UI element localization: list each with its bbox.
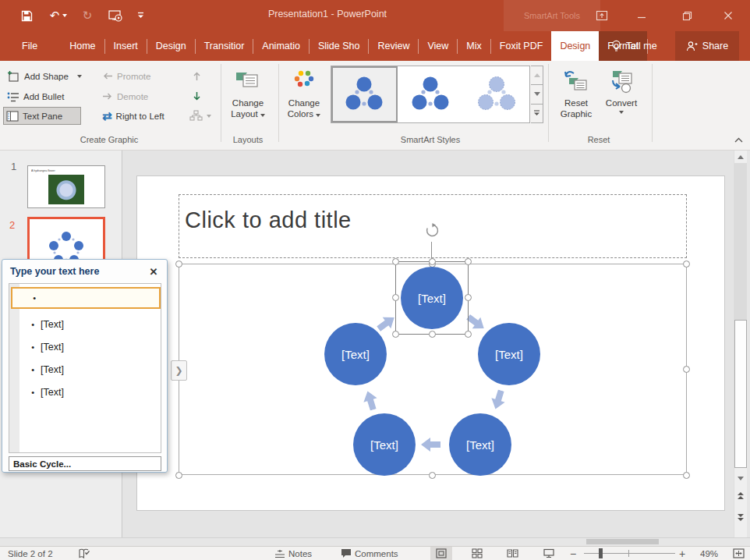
text-pane-row[interactable]: • [Text] [20,381,161,403]
scrollbar-track[interactable] [734,163,747,320]
tab-animations[interactable]: Animatio [253,31,309,61]
notes-button[interactable]: Notes [274,547,312,560]
slide-indicator[interactable]: Slide 2 of 2 [8,547,53,560]
tab-slideshow[interactable]: Slide Sho [310,31,369,61]
tab-review[interactable]: Review [369,31,418,61]
restore-button[interactable] [674,6,700,25]
horizontal-scrollbar-thumb[interactable] [586,539,659,544]
text-pane-close-button[interactable]: ✕ [147,264,161,278]
resize-handle-e[interactable] [683,366,690,373]
resize-handle-s[interactable] [429,472,436,479]
text-pane-row[interactable]: • [Text] [20,359,161,381]
notes-label: Notes [288,549,312,558]
normal-view-button[interactable] [430,547,452,560]
tell-me-box[interactable]: Tell me [605,31,663,61]
tab-foxit-pdf[interactable]: Foxit PDF [491,31,552,61]
text-pane-row[interactable]: • [Text] [20,336,161,358]
spell-check-button[interactable] [78,547,90,560]
scroll-down-button[interactable] [734,472,747,484]
tab-view[interactable]: View [419,31,457,61]
gallery-scroll-up-button[interactable] [531,66,543,84]
style-thumbnail[interactable] [463,66,529,122]
reset-graphic-label-1: Reset [564,97,588,108]
shape-handle-n[interactable] [429,258,436,265]
scrollbar-thumb[interactable] [734,320,747,468]
resize-handle-nw[interactable] [175,261,182,268]
minimize-button[interactable] [628,6,655,25]
convert-button[interactable]: Convert [599,66,644,137]
text-pane-row-active[interactable]: • [11,287,161,309]
resize-handle-sw[interactable] [175,472,182,479]
tab-file[interactable]: File [11,31,48,61]
tab-home[interactable]: Home [61,31,104,61]
add-bullet-button[interactable]: Add Bullet [5,87,66,105]
cycle-node-right[interactable]: [Text] [478,323,540,385]
zoom-slider-track[interactable] [584,553,675,554]
gallery-more-button[interactable] [531,104,543,122]
smartart-text-pane: Type your text here ✕ • • [Text] • [Text… [2,259,168,473]
ribbon-display-options-button[interactable] [589,6,615,25]
style-thumbnail-selected[interactable] [331,66,398,122]
tell-me-label: Tell me [626,41,657,51]
rotate-handle[interactable] [425,223,440,238]
zoom-out-button[interactable]: − [570,547,576,560]
move-up-button[interactable] [190,67,207,85]
shape-handle-e[interactable] [465,294,472,301]
tab-transitions[interactable]: Transitior [196,31,253,61]
text-pane-layout-name[interactable]: Basic Cycle... [9,456,161,471]
slide-1-thumbnail[interactable]: A hydrangea flower [27,165,105,208]
shape-handle-s[interactable] [429,331,436,338]
cycle-node-left[interactable]: [Text] [324,323,387,385]
comments-icon [341,548,352,558]
scroll-up-button[interactable] [734,151,747,163]
org-chart-layout-button[interactable] [187,107,214,125]
shape-handle-se[interactable] [465,331,472,338]
promote-button[interactable]: Promote [100,67,153,85]
tab-insert[interactable]: Insert [105,31,147,61]
normal-view-icon [436,548,447,558]
zoom-in-button[interactable]: + [679,547,685,560]
zoom-slider-handle[interactable] [599,548,603,558]
bullet-icon: • [22,293,42,303]
previous-slide-button[interactable] [734,489,747,502]
shape-handle-nw[interactable] [392,258,399,265]
text-pane-expand-button[interactable]: ❯ [171,360,187,381]
fit-to-window-button[interactable] [733,547,745,560]
demote-button[interactable]: Demote [100,87,150,105]
shape-handle-w[interactable] [392,294,399,301]
cycle-node-bottom-left[interactable]: [Text] [353,413,416,476]
slideshow-view-button[interactable] [538,547,560,560]
move-down-button[interactable] [190,87,207,105]
slide-page[interactable]: Click to add title ❯ [Text] [Text] [136,175,725,511]
resize-handle-ne[interactable] [683,261,690,268]
gallery-scroll-down-button[interactable] [531,84,543,103]
slide-sorter-view-button[interactable] [466,547,488,560]
comments-button[interactable]: Comments [341,547,398,560]
change-colors-button[interactable]: Change Colors [281,66,327,137]
change-layout-button[interactable]: Change Layout [225,66,271,137]
tab-smartart-design-active[interactable]: Design [551,31,599,61]
ribbon-tab-bar: File Home Insert Design Transitior Anima… [0,31,750,61]
reset-graphic-button[interactable]: Reset Graphic [554,66,599,137]
text-pane-toggle-button[interactable]: Text Pane [3,107,81,125]
cycle-node-bottom-right[interactable]: [Text] [449,413,511,476]
tab-design[interactable]: Design [147,31,195,61]
zoom-level[interactable]: 49% [700,547,718,560]
add-shape-button[interactable]: Add Shape [5,67,84,85]
collapse-ribbon-button[interactable] [731,133,745,146]
resize-handle-se[interactable] [683,472,690,479]
next-slide-button[interactable] [734,511,747,523]
right-to-left-button[interactable]: ⇄ Right to Left [100,107,167,125]
demote-label: Demote [117,92,148,101]
lightbulb-icon [611,40,621,52]
text-pane-row[interactable]: • [Text] [20,314,161,335]
text-pane-item: [Text] [41,342,64,353]
share-label: Share [702,41,728,51]
close-button[interactable] [715,6,741,25]
share-button[interactable]: Share [675,31,739,61]
shape-handle-sw[interactable] [392,331,399,338]
tab-mix[interactable]: Mix [458,31,490,61]
reading-view-button[interactable] [501,547,523,560]
shape-handle-ne[interactable] [465,258,472,265]
style-thumbnail[interactable] [398,66,464,122]
